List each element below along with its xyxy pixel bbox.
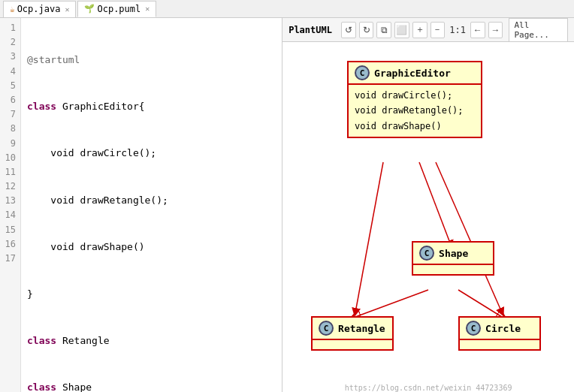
ln-9: 9 <box>3 137 16 151</box>
retangle-body <box>313 340 392 349</box>
watermark: https://blog.csdn.net/weixin_44723369 <box>345 384 512 392</box>
zoom-in-button[interactable]: ＋ <box>412 22 427 38</box>
code-line-2: class GraphicEditor{ <box>27 99 276 115</box>
ln-4: 4 <box>3 65 16 79</box>
refresh-right-button[interactable]: ↻ <box>359 22 374 38</box>
circle-body <box>460 340 539 349</box>
graphic-editor-header: C GraphicEditor <box>349 62 481 85</box>
ln-15: 15 <box>3 223 16 237</box>
nav-back-button[interactable]: ← <box>470 22 485 38</box>
ln-17: 17 <box>3 252 16 266</box>
tab-ocp-puml[interactable]: 🌱 Ocp.puml ✕ <box>77 1 156 17</box>
retangle-header: C Retangle <box>313 318 392 340</box>
tab-puml-close[interactable]: ✕ <box>145 5 150 13</box>
code-line-5: void drawShape() <box>27 240 276 255</box>
retangle-name: Retangle <box>338 323 385 334</box>
graphic-editor-body: void drawCircle(); void drawRetangle(); … <box>349 85 481 137</box>
retangle-class: C Retangle <box>311 316 394 351</box>
shape-name: Shape <box>439 248 468 259</box>
shape-header: C Shape <box>413 243 493 265</box>
graphic-editor-method-2: void drawRetangle(); <box>355 103 475 118</box>
circle-icon: C <box>466 321 481 336</box>
code-line-4: void drawRetangle(); <box>27 193 276 209</box>
tab-java-close[interactable]: ✕ <box>65 5 69 14</box>
plantuml-title: PlantUML <box>289 25 332 35</box>
ln-7: 7 <box>3 107 16 122</box>
diagram-area: C GraphicEditor void drawCircle(); void … <box>282 42 574 392</box>
ln-14: 14 <box>3 208 16 222</box>
refresh-left-button[interactable]: ↺ <box>341 22 356 38</box>
plantuml-header: PlantUML ↺ ↻ ⧉ ⬜ ＋ － 1:1 ← → All Page... <box>282 18 574 42</box>
main-area: 1 2 3 4 5 6 7 8 9 10 11 12 13 14 15 16 1… <box>0 18 574 392</box>
graphic-editor-class: C GraphicEditor void drawCircle(); void … <box>347 61 482 138</box>
graphic-editor-icon: C <box>355 65 370 80</box>
uml-diagram: C GraphicEditor void drawCircle(); void … <box>301 50 556 392</box>
ln-2: 2 <box>3 35 16 50</box>
circle-class: C Circle <box>458 316 541 351</box>
code-panel: 1 2 3 4 5 6 7 8 9 10 11 12 13 14 15 16 1… <box>0 18 282 392</box>
ln-1: 1 <box>3 21 16 35</box>
shape-class: C Shape <box>412 241 494 276</box>
retangle-icon: C <box>319 321 334 336</box>
zoom-level: 1:1 <box>449 25 466 35</box>
tab-java-label: Ocp.java <box>17 4 61 14</box>
graphic-editor-name: GraphicEditor <box>374 68 451 79</box>
ln-8: 8 <box>3 122 16 136</box>
tab-ocp-java[interactable]: ☕ Ocp.java ✕ <box>3 1 76 17</box>
code-line-8: class Shape <box>27 380 276 392</box>
ln-10: 10 <box>3 151 16 165</box>
ln-11: 11 <box>3 165 16 179</box>
circle-header: C Circle <box>460 318 539 340</box>
puml-icon: 🌱 <box>84 4 95 14</box>
circle-name: Circle <box>485 323 521 334</box>
nav-forward-button[interactable]: → <box>488 22 503 38</box>
java-icon: ☕ <box>10 5 15 14</box>
plantuml-panel: PlantUML ↺ ↻ ⧉ ⬜ ＋ － 1:1 ← → All Page... <box>282 18 574 392</box>
shape-body <box>413 265 493 274</box>
all-pages-label[interactable]: All Page... <box>509 18 568 42</box>
code-lines: 1 2 3 4 5 6 7 8 9 10 11 12 13 14 15 16 1… <box>0 18 282 392</box>
graphic-editor-method-1: void drawCircle(); <box>355 88 475 103</box>
export-button[interactable]: ⬜ <box>394 22 409 38</box>
ln-3: 3 <box>3 50 16 64</box>
shape-icon: C <box>419 246 434 261</box>
svg-line-5 <box>355 290 428 317</box>
code-line-1: @startuml <box>27 53 276 68</box>
zoom-out-button[interactable]: － <box>430 22 446 38</box>
svg-line-6 <box>458 290 502 317</box>
tab-bar: ☕ Ocp.java ✕ 🌱 Ocp.puml ✕ <box>0 0 574 18</box>
ln-13: 13 <box>3 194 16 208</box>
tab-puml-label: Ocp.puml <box>97 4 140 14</box>
code-content[interactable]: @startuml class GraphicEditor{ void draw… <box>21 18 282 392</box>
ln-6: 6 <box>3 93 16 107</box>
ln-16: 16 <box>3 237 16 252</box>
ln-12: 12 <box>3 179 16 194</box>
ln-5: 5 <box>3 79 16 93</box>
code-line-7: class Retangle <box>27 333 276 349</box>
svg-line-4 <box>436 162 502 312</box>
code-line-6: } <box>27 287 276 303</box>
line-numbers: 1 2 3 4 5 6 7 8 9 10 11 12 13 14 15 16 1… <box>0 18 21 392</box>
code-line-3: void drawCircle(); <box>27 146 276 161</box>
copy-button[interactable]: ⧉ <box>376 22 391 38</box>
svg-line-2 <box>355 162 383 312</box>
svg-line-3 <box>419 162 451 245</box>
graphic-editor-method-3: void drawShape() <box>355 119 475 134</box>
